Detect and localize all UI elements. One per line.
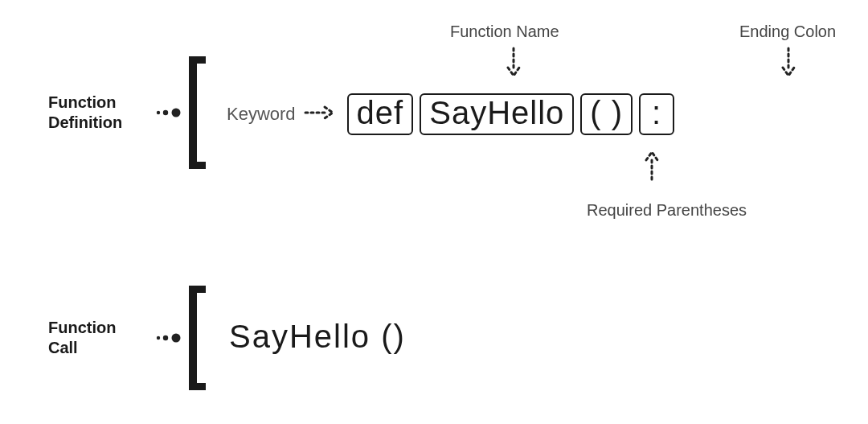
dots-marker-icon <box>155 107 182 118</box>
annotation-required-parens: Required Parentheses <box>587 201 747 220</box>
annotation-function-name: Function Name <box>450 23 559 41</box>
call-code-row: SayHello () <box>229 320 406 352</box>
call-label: Function Call <box>48 318 141 358</box>
keyword-label: Keyword <box>227 104 296 125</box>
svg-point-7 <box>157 336 160 340</box>
token-colon: : <box>639 93 674 135</box>
arrow-down-icon <box>781 47 796 82</box>
definition-label-line1: Function <box>48 93 141 113</box>
svg-point-8 <box>163 335 168 340</box>
token-def: def <box>347 93 414 135</box>
definition-label: Function Definition <box>48 93 141 133</box>
svg-point-4 <box>172 109 181 117</box>
call-code: SayHello () <box>229 319 406 354</box>
bracket-icon <box>186 56 209 169</box>
bracket-icon <box>186 286 209 390</box>
call-label-line2: Call <box>48 338 141 358</box>
arrow-down-icon <box>506 47 521 82</box>
token-name: SayHello <box>420 93 574 135</box>
dots-marker-icon <box>155 332 182 344</box>
token-parens: ( ) <box>580 93 633 135</box>
svg-point-9 <box>172 334 181 343</box>
call-label-line1: Function <box>48 318 141 338</box>
arrow-right-icon <box>304 105 336 123</box>
arrow-up-icon <box>645 149 659 184</box>
svg-point-2 <box>157 111 160 114</box>
function-definition-row: Function Definition <box>48 93 190 133</box>
annotation-ending-colon: Ending Colon <box>739 23 836 41</box>
definition-code-row: Keyword def SayHello ( ) : <box>227 93 681 135</box>
definition-label-line2: Definition <box>48 113 141 133</box>
svg-point-3 <box>163 110 168 115</box>
function-call-row: Function Call <box>48 318 190 358</box>
